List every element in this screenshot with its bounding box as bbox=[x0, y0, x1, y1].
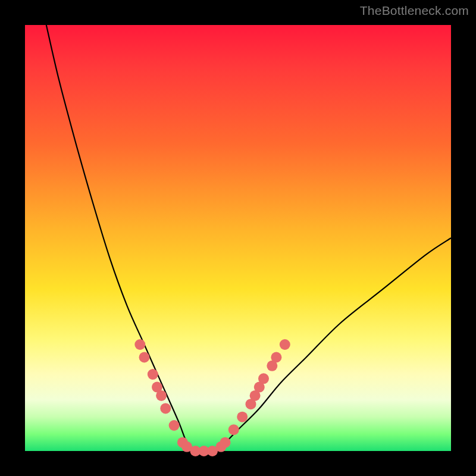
chart-frame: TheBottleneck.com bbox=[0, 0, 476, 476]
curve-marker bbox=[271, 352, 281, 363]
curve-marker bbox=[237, 412, 248, 422]
curve-marker bbox=[169, 420, 180, 431]
curve-marker bbox=[134, 339, 145, 350]
marker-cluster bbox=[134, 339, 290, 456]
curve-marker bbox=[220, 437, 231, 448]
curve-marker bbox=[160, 403, 171, 414]
plot-area bbox=[25, 25, 451, 451]
curve-marker bbox=[228, 424, 239, 435]
curve-marker bbox=[280, 339, 290, 350]
bottleneck-curve-svg bbox=[25, 25, 451, 451]
bottleneck-curve bbox=[46, 25, 451, 452]
curve-marker bbox=[139, 352, 150, 363]
curve-marker bbox=[148, 369, 158, 380]
watermark-text: TheBottleneck.com bbox=[360, 4, 469, 18]
curve-marker bbox=[156, 390, 167, 401]
curve-marker bbox=[258, 373, 269, 384]
